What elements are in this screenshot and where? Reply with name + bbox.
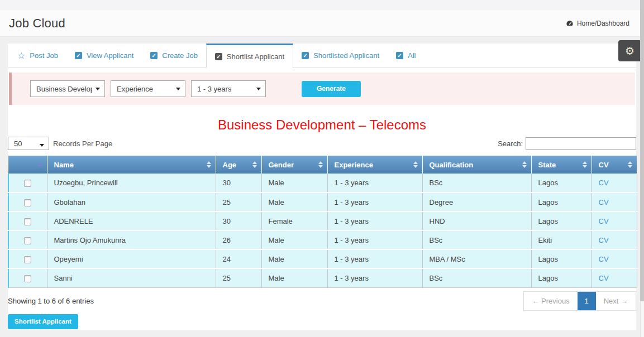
row-checkbox[interactable] (24, 199, 31, 206)
scrollbar-thumb[interactable] (640, 0, 644, 301)
cell-name: ADENRELE (47, 211, 216, 230)
top-strip (0, 0, 644, 10)
cv-link[interactable]: CV (599, 255, 609, 263)
cell-qualification: HND (422, 211, 531, 230)
cell-qualification: BSc (422, 230, 531, 249)
cell-gender: Male (261, 192, 327, 211)
table-row: ADENRELE30Female1 - 3 yearsHNDLagosCV (8, 211, 637, 230)
cell-gender: Male (261, 268, 327, 287)
dashboard-icon (566, 20, 574, 27)
column-header-experience[interactable]: Experience (327, 156, 422, 174)
experience-filter-value: 1 - 3 years (197, 85, 231, 93)
row-checkbox[interactable] (24, 256, 31, 263)
cell-age: 30 (216, 174, 261, 192)
row-checkbox[interactable] (24, 180, 31, 187)
page-header: Job Cloud Home/Dashboard (0, 10, 644, 37)
table-row: Gbolahan25Male1 - 3 yearsDegreeLagosCV (8, 192, 637, 211)
tab-shortlisted-applicant[interactable]: Shortlisted Applicant (293, 44, 388, 68)
table-body: Uzoegbu, Princewill30Male1 - 3 yearsBScL… (8, 174, 637, 287)
cv-link[interactable]: CV (599, 179, 609, 187)
check-square-icon (302, 52, 309, 59)
cell-experience: 1 - 3 years (327, 174, 422, 192)
records-per-page-select[interactable]: 50 (8, 137, 49, 150)
cell-gender: Male (261, 249, 327, 268)
pagination: ← Previous 1 Next → (523, 291, 636, 311)
sort-icon (583, 161, 587, 168)
tab-label: View Applicant (87, 51, 133, 60)
cell-checkbox (8, 192, 47, 211)
cell-state: Lagos (531, 249, 591, 268)
sort-icon (318, 161, 323, 168)
column-label: Qualification (430, 161, 474, 169)
cell-name: Gbolahan (47, 192, 216, 211)
tab-label: Create Job (162, 51, 198, 60)
tab-create-job[interactable]: Create Job (142, 44, 206, 68)
cv-link[interactable]: CV (599, 274, 609, 282)
job-filter-select[interactable]: Business Development (30, 80, 105, 97)
row-checkbox[interactable] (24, 237, 31, 244)
sort-icon (252, 161, 257, 168)
caret-down-icon (176, 88, 180, 90)
cell-state: Ekiti (531, 230, 591, 249)
cell-gender: Female (261, 211, 327, 230)
column-header-name[interactable]: Name (47, 156, 216, 174)
column-label: Name (54, 161, 74, 169)
search-input[interactable] (526, 137, 636, 150)
cell-state: Lagos (531, 211, 591, 230)
criteria-filter-value: Experience (117, 85, 153, 93)
records-per-page-control: 50 Records Per Page (8, 137, 112, 150)
cell-state: Lagos (531, 192, 591, 211)
page-number-button[interactable]: 1 (578, 292, 596, 310)
next-page-button[interactable]: Next → (596, 292, 636, 310)
tab-all[interactable]: All (388, 44, 424, 68)
row-checkbox[interactable] (24, 218, 31, 225)
previous-page-button[interactable]: ← Previous (524, 292, 577, 310)
table-row: Opeyemi24Male1 - 3 yearsMBA / MScLagosCV (8, 249, 637, 268)
column-header-cv[interactable]: CV (591, 156, 637, 174)
cell-gender: Male (261, 230, 327, 249)
settings-button[interactable]: ⚙ (618, 40, 641, 61)
generate-button[interactable]: Generate (302, 81, 361, 97)
cell-name: Uzoegbu, Princewill (47, 174, 216, 192)
column-header-gender[interactable]: Gender (261, 156, 327, 174)
column-header-qualification[interactable]: Qualification (422, 156, 531, 174)
column-label: State (538, 161, 556, 169)
shortlist-applicant-button[interactable]: Shortlist Applicant (8, 314, 78, 329)
criteria-filter-select[interactable]: Experience (111, 80, 185, 97)
cell-qualification: MBA / MSc (422, 249, 531, 268)
check-square-icon (215, 53, 222, 60)
experience-filter-select[interactable]: 1 - 3 years (191, 80, 266, 97)
caret-down-icon (96, 88, 100, 90)
checkbox-column-header[interactable] (8, 156, 47, 174)
gear-icon: ⚙ (625, 46, 635, 56)
cell-state: Lagos (531, 174, 591, 192)
search-label: Search: (498, 139, 523, 148)
tab-shortlist-applicant[interactable]: Shortlist Applicant (206, 44, 293, 68)
records-per-page-label: Records Per Page (53, 139, 112, 148)
app-title: Job Cloud (9, 16, 65, 31)
cell-name: Sanni (47, 268, 216, 287)
cv-link[interactable]: CV (599, 198, 609, 206)
breadcrumb[interactable]: Home/Dashboard (566, 20, 629, 27)
check-square-icon (396, 52, 403, 59)
tab-label: Post Job (30, 51, 58, 60)
tab-post-job[interactable]: ☆Post Job (9, 44, 66, 68)
caret-down-icon (40, 144, 44, 147)
column-header-state[interactable]: State (531, 156, 591, 174)
sort-asc-icon (38, 163, 42, 166)
column-header-age[interactable]: Age (216, 156, 261, 174)
row-checkbox[interactable] (24, 275, 31, 282)
check-square-icon (75, 52, 82, 59)
filter-bar: Business Development Experience 1 - 3 ye… (9, 73, 635, 105)
tab-label: All (408, 51, 416, 60)
cell-checkbox (8, 230, 47, 249)
tab-view-applicant[interactable]: View Applicant (66, 44, 142, 68)
cell-cv: CV (591, 249, 637, 268)
cv-link[interactable]: CV (599, 236, 609, 244)
cv-link[interactable]: CV (599, 217, 609, 225)
scrollbar[interactable] (640, 0, 644, 337)
sort-icon (413, 161, 418, 168)
sort-icon (207, 161, 211, 168)
cell-age: 25 (216, 192, 261, 211)
cell-experience: 1 - 3 years (327, 211, 422, 230)
